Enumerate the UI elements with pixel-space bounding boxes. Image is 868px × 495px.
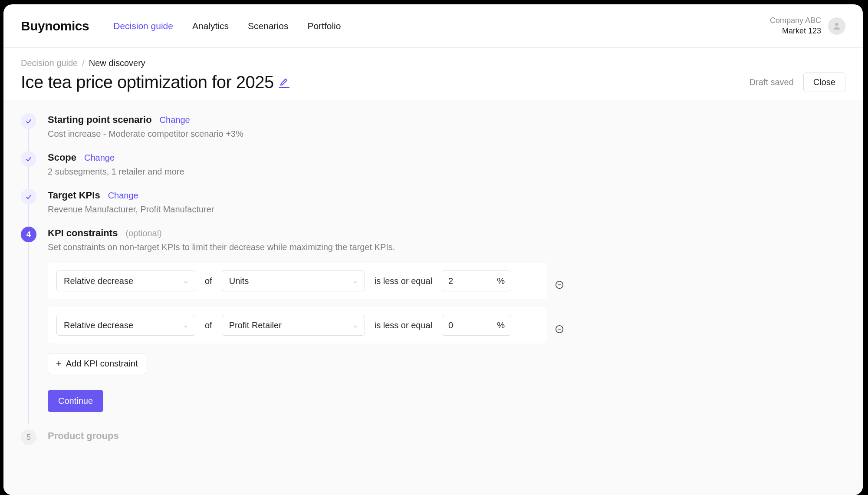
kpi-select-value: Units — [229, 276, 249, 286]
step-scope: Scope Change 2 subsegments, 1 retailer a… — [21, 151, 845, 177]
svg-point-0 — [835, 23, 838, 26]
step-title: Scope — [48, 152, 76, 163]
step-title: Target KPIs — [48, 190, 100, 201]
plus-icon: + — [56, 359, 62, 369]
account-text: Company ABC Market 123 — [770, 16, 821, 36]
account-company: Company ABC — [770, 16, 821, 26]
step-connector — [28, 205, 29, 227]
comparator-label: is less or equal — [375, 276, 432, 286]
metric-select-value: Relative decrease — [64, 276, 133, 286]
value-unit: % — [497, 320, 505, 330]
page-title-text: Ice tea price optimization for 2025 — [21, 73, 274, 92]
step-badge-done — [21, 113, 36, 129]
breadcrumb-root[interactable]: Decision guide — [21, 58, 78, 68]
add-constraint-button[interactable]: + Add KPI constraint — [48, 353, 146, 374]
constraint-row: Relative decrease of Profit Retailer is … — [48, 307, 547, 343]
check-icon — [25, 117, 33, 125]
metric-select[interactable]: Relative decrease — [56, 315, 195, 336]
draft-status: Draft saved — [750, 77, 794, 87]
main-nav: Decision guide Analytics Scenarios Portf… — [113, 21, 341, 31]
step-badge-upcoming: 5 — [21, 429, 36, 445]
app-window: Buynomics Decision guide Analytics Scena… — [3, 4, 863, 495]
value-input[interactable] — [448, 320, 493, 330]
step-summary: 2 subsegments, 1 retailer and more — [48, 167, 845, 177]
minus-circle-icon — [555, 324, 564, 334]
nav-analytics[interactable]: Analytics — [192, 21, 229, 31]
step-target-kpis: Target KPIs Change Revenue Manufacturer,… — [21, 189, 845, 214]
avatar[interactable] — [828, 17, 845, 35]
nav-scenarios[interactable]: Scenarios — [248, 21, 288, 31]
of-label: of — [205, 320, 212, 330]
step-badge-done — [21, 151, 36, 167]
step-description: Set constraints on non-target KPIs to li… — [48, 242, 845, 252]
check-icon — [25, 155, 33, 163]
user-icon — [832, 21, 842, 31]
account-switcher[interactable]: Company ABC Market 123 — [770, 16, 845, 36]
step-product-groups: 5 Product groups — [21, 429, 845, 445]
add-constraint-label: Add KPI constraint — [66, 359, 138, 369]
nav-portfolio[interactable]: Portfolio — [307, 21, 341, 31]
chevron-down-icon — [183, 322, 190, 329]
page-title: Ice tea price optimization for 2025 — [21, 73, 289, 92]
metric-select-value: Relative decrease — [64, 320, 133, 330]
kpi-select[interactable]: Profit Retailer — [222, 315, 365, 336]
kpi-select[interactable]: Units — [222, 271, 365, 291]
subheader: Decision guide / New discovery Ice tea p… — [3, 48, 863, 100]
change-link[interactable]: Change — [160, 115, 190, 125]
value-input[interactable] — [448, 276, 493, 286]
value-input-wrapper: % — [442, 271, 511, 291]
brand-logo: Buynomics — [21, 19, 89, 33]
step-title: Product groups — [48, 430, 119, 442]
metric-select[interactable]: Relative decrease — [56, 271, 195, 291]
of-label: of — [205, 276, 212, 286]
constraint-row: Relative decrease of Units is less or eq… — [48, 263, 547, 299]
content: Starting point scenario Change Cost incr… — [3, 100, 863, 495]
step-optional-tag: (optional) — [125, 228, 161, 238]
topbar: Buynomics Decision guide Analytics Scena… — [3, 4, 863, 48]
breadcrumb-current: New discovery — [89, 58, 145, 68]
chevron-down-icon — [352, 322, 359, 329]
kpi-select-value: Profit Retailer — [229, 320, 282, 330]
pencil-icon — [279, 76, 289, 87]
step-title: Starting point scenario — [48, 114, 152, 125]
step-connector — [28, 129, 29, 151]
chevron-down-icon — [183, 277, 190, 284]
breadcrumb: Decision guide / New discovery — [21, 58, 845, 68]
step-badge-done — [21, 189, 36, 205]
chevron-down-icon — [352, 277, 359, 284]
step-summary: Cost increase - Moderate competitor scen… — [48, 129, 845, 139]
step-kpi-constraints: 4 KPI constraints (optional) Set constra… — [21, 227, 845, 412]
remove-constraint-button[interactable] — [554, 279, 565, 290]
step-title: KPI constraints — [48, 228, 118, 239]
breadcrumb-separator: / — [82, 58, 85, 68]
nav-decision-guide[interactable]: Decision guide — [113, 21, 173, 31]
step-summary: Revenue Manufacturer, Profit Manufacture… — [48, 205, 845, 214]
minus-circle-icon — [555, 280, 564, 290]
continue-button[interactable]: Continue — [48, 390, 103, 412]
edit-title-button[interactable] — [279, 76, 289, 88]
value-input-wrapper: % — [442, 315, 511, 336]
remove-constraint-button[interactable] — [554, 323, 565, 335]
close-button[interactable]: Close — [803, 73, 845, 92]
step-badge-active: 4 — [21, 227, 36, 242]
comparator-label: is less or equal — [375, 320, 432, 330]
step-starting-point: Starting point scenario Change Cost incr… — [21, 113, 845, 139]
step-connector — [28, 242, 29, 424]
change-link[interactable]: Change — [108, 191, 138, 201]
check-icon — [25, 193, 33, 201]
value-unit: % — [497, 276, 505, 286]
step-list: Starting point scenario Change Cost incr… — [21, 113, 845, 445]
step-connector — [28, 167, 29, 189]
change-link[interactable]: Change — [84, 153, 115, 163]
account-market: Market 123 — [770, 26, 821, 36]
